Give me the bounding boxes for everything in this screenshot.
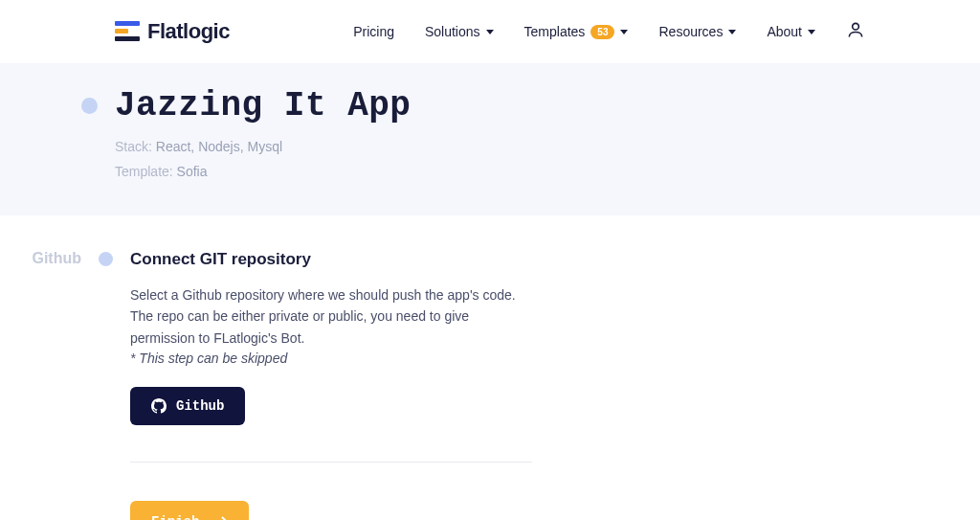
template-row: Template: Sofia [115, 164, 865, 179]
site-header: Flatlogic Pricing Solutions Templates 53… [0, 0, 980, 63]
step-content: Github Connect GIT repository Select a G… [0, 215, 980, 520]
nav-solutions-label: Solutions [425, 24, 480, 39]
main-nav: Pricing Solutions Templates 53 Resources… [353, 20, 865, 43]
templates-count-badge: 53 [590, 25, 614, 39]
chevron-down-icon [808, 30, 815, 34]
step-skip-note: * This step can be skipped [130, 350, 532, 366]
template-value: Sofia [177, 164, 208, 179]
template-label: Template: [115, 164, 177, 179]
flatlogic-logo-icon [115, 21, 140, 42]
nav-pricing[interactable]: Pricing [353, 24, 394, 39]
nav-resources[interactable]: Resources [658, 24, 736, 39]
step-indicator-dot [99, 252, 113, 266]
project-hero: Jazzing It App Stack: React, Nodejs, Mys… [0, 63, 980, 215]
step-side-label: Github [29, 250, 81, 267]
nav-about[interactable]: About [767, 24, 815, 39]
divider [130, 462, 532, 463]
nav-solutions[interactable]: Solutions [425, 24, 494, 39]
stack-value: React, Nodejs, Mysql [156, 139, 282, 154]
chevron-down-icon [728, 30, 736, 34]
github-icon [151, 398, 167, 414]
github-button-label: Github [176, 398, 224, 414]
project-title: Jazzing It App [115, 86, 411, 125]
svg-point-0 [853, 23, 859, 30]
nav-templates-label: Templates [524, 24, 586, 39]
chevron-down-icon [620, 30, 628, 34]
brand-name: Flatlogic [147, 19, 230, 44]
step-description: Select a Github repository where we shou… [130, 284, 532, 349]
chevron-down-icon [486, 30, 494, 34]
finish-button-label: Finish [151, 514, 199, 520]
nav-resources-label: Resources [658, 24, 723, 39]
finish-button[interactable]: Finish [130, 501, 249, 520]
step-title: Connect GIT repository [130, 250, 532, 269]
stack-row: Stack: React, Nodejs, Mysql [115, 139, 865, 154]
nav-pricing-label: Pricing [353, 24, 394, 39]
brand-logo[interactable]: Flatlogic [115, 19, 230, 44]
nav-about-label: About [767, 24, 802, 39]
github-connect-button[interactable]: Github [130, 387, 245, 425]
arrow-right-icon [212, 516, 228, 520]
user-icon [846, 20, 865, 39]
stack-label: Stack: [115, 139, 156, 154]
status-dot [81, 98, 98, 114]
nav-templates[interactable]: Templates 53 [524, 24, 629, 39]
user-menu[interactable] [846, 20, 865, 43]
